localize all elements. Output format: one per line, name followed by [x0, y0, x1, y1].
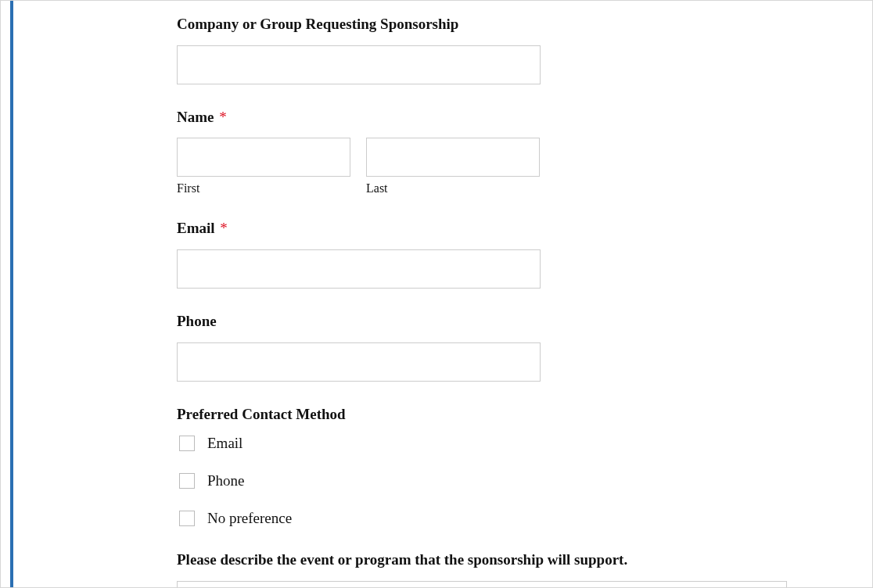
checkbox-email[interactable]	[179, 436, 195, 451]
input-first-name[interactable]	[177, 138, 350, 177]
label-email-text: Email	[177, 220, 215, 236]
contact-method-options: Email Phone No preference	[177, 435, 787, 527]
required-mark: *	[220, 220, 228, 236]
accent-bar	[10, 1, 13, 587]
label-description: Please describe the event or program tha…	[177, 550, 787, 570]
input-email[interactable]	[177, 249, 541, 289]
field-contact-method: Preferred Contact Method Email Phone No …	[177, 405, 787, 528]
checkbox-label-email: Email	[207, 435, 242, 452]
input-last-name[interactable]	[366, 138, 540, 177]
label-contact-method: Preferred Contact Method	[177, 405, 787, 425]
label-email: Email *	[177, 219, 787, 238]
option-phone: Phone	[177, 472, 787, 489]
sublabel-last: Last	[366, 181, 540, 195]
name-row: First Last	[177, 138, 787, 195]
field-phone: Phone	[177, 312, 787, 382]
input-company[interactable]	[177, 45, 541, 84]
required-mark: *	[219, 109, 227, 125]
input-phone[interactable]	[177, 342, 541, 382]
field-name: Name * First Last	[177, 108, 787, 196]
field-description: Please describe the event or program tha…	[177, 550, 787, 588]
name-col-last: Last	[366, 138, 540, 195]
sublabel-first: First	[177, 181, 350, 195]
label-company: Company or Group Requesting Sponsorship	[177, 15, 787, 34]
name-col-first: First	[177, 138, 350, 195]
label-name-text: Name	[177, 109, 214, 125]
option-no-preference: No preference	[177, 510, 787, 527]
sponsorship-form: Company or Group Requesting Sponsorship …	[177, 15, 787, 588]
checkbox-label-phone: Phone	[207, 472, 245, 489]
input-description[interactable]	[177, 581, 787, 588]
field-company: Company or Group Requesting Sponsorship	[177, 15, 787, 84]
checkbox-phone[interactable]	[179, 473, 195, 489]
form-container: Company or Group Requesting Sponsorship …	[0, 0, 873, 588]
label-phone: Phone	[177, 312, 787, 332]
field-email: Email *	[177, 219, 787, 289]
label-name: Name *	[177, 108, 787, 127]
option-email: Email	[177, 435, 787, 452]
checkbox-no-preference[interactable]	[179, 511, 195, 526]
checkbox-label-no-preference: No preference	[207, 510, 292, 527]
